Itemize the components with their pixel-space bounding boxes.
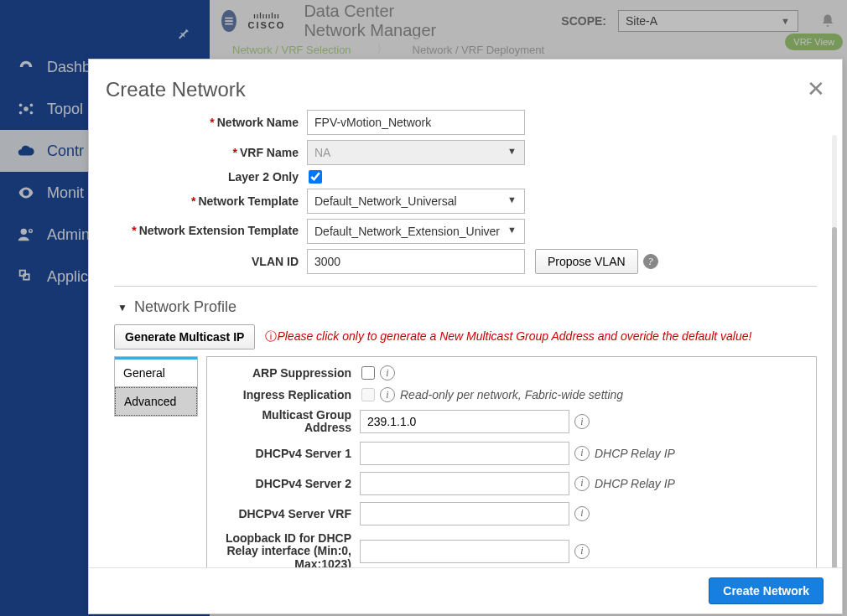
- dhcpv4-server2-label: DHCPv4 Server 2: [217, 477, 360, 490]
- multicast-note: ⓘPlease click only to generate a New Mul…: [265, 329, 751, 344]
- tab-advanced[interactable]: Advanced: [115, 387, 197, 416]
- multicast-group-label: Multicast Group Address: [217, 409, 360, 435]
- profile-tabs: General Advanced: [114, 356, 198, 417]
- network-ext-template-label: Network Extension Template: [139, 224, 299, 237]
- info-icon[interactable]: i: [574, 544, 590, 559]
- ingress-replication-hint: Read-only per network, Fabric-wide setti…: [400, 388, 623, 401]
- create-network-modal: Create Network ✕ *Network Name *VRF Name…: [88, 59, 843, 614]
- multicast-group-input[interactable]: [360, 410, 569, 433]
- dhcpv4-server1-input[interactable]: [360, 442, 569, 465]
- propose-vlan-button[interactable]: Propose VLAN: [535, 249, 638, 274]
- info-icon[interactable]: i: [574, 476, 590, 491]
- dhcpv4-server1-hint: DHCP Relay IP: [595, 447, 675, 460]
- dhcpv4-server-vrf-input[interactable]: [360, 502, 569, 525]
- vrf-name-select[interactable]: [307, 140, 525, 165]
- caret-down-icon: ▼: [117, 302, 127, 313]
- info-icon[interactable]: i: [574, 506, 590, 521]
- dhcpv4-server-vrf-label: DHCPv4 Server VRF: [217, 507, 360, 520]
- help-icon[interactable]: ?: [643, 254, 658, 269]
- network-template-select[interactable]: [307, 189, 525, 214]
- ingress-replication-label: Ingress Replication: [217, 388, 360, 401]
- dhcpv4-server2-input[interactable]: [360, 472, 569, 495]
- modal-title: Create Network: [106, 78, 246, 101]
- info-icon[interactable]: i: [574, 414, 590, 429]
- profile-tab-panel: ARP Suppression i Ingress Replication i …: [206, 356, 817, 567]
- network-profile-section[interactable]: ▼ Network Profile: [117, 298, 817, 316]
- arp-suppression-checkbox[interactable]: [361, 366, 375, 380]
- dhcpv4-server1-label: DHCPv4 Server 1: [217, 447, 360, 460]
- info-icon[interactable]: i: [574, 446, 590, 461]
- layer2-only-checkbox[interactable]: [309, 170, 322, 184]
- info-icon[interactable]: i: [380, 387, 395, 402]
- generate-multicast-ip-button[interactable]: Generate Multicast IP: [114, 324, 255, 349]
- vlan-id-input[interactable]: [307, 249, 525, 274]
- dhcpv4-server2-hint: DHCP Relay IP: [595, 477, 675, 490]
- vlan-id-label: VLAN ID: [252, 255, 299, 268]
- network-name-input[interactable]: [307, 110, 525, 135]
- scrollbar-thumb[interactable]: [832, 227, 837, 579]
- layer2-only-label: Layer 2 Only: [228, 170, 299, 184]
- arp-suppression-label: ARP Suppression: [217, 366, 360, 380]
- loopback-id-label: Loopback ID for DHCP Relay interface (Mi…: [217, 532, 360, 567]
- ingress-replication-checkbox: [361, 388, 375, 401]
- create-network-button[interactable]: Create Network: [709, 577, 824, 604]
- vrf-name-label: VRF Name: [240, 146, 299, 159]
- network-ext-template-select[interactable]: [307, 219, 525, 244]
- tab-general[interactable]: General: [115, 357, 197, 387]
- info-icon[interactable]: i: [380, 365, 395, 380]
- network-template-label: Network Template: [198, 194, 299, 208]
- modal-body: *Network Name *VRF Name Layer 2 Only *Ne…: [89, 110, 842, 567]
- network-name-label: Network Name: [217, 116, 299, 129]
- loopback-id-input[interactable]: [360, 540, 569, 563]
- close-icon[interactable]: ✕: [807, 76, 825, 102]
